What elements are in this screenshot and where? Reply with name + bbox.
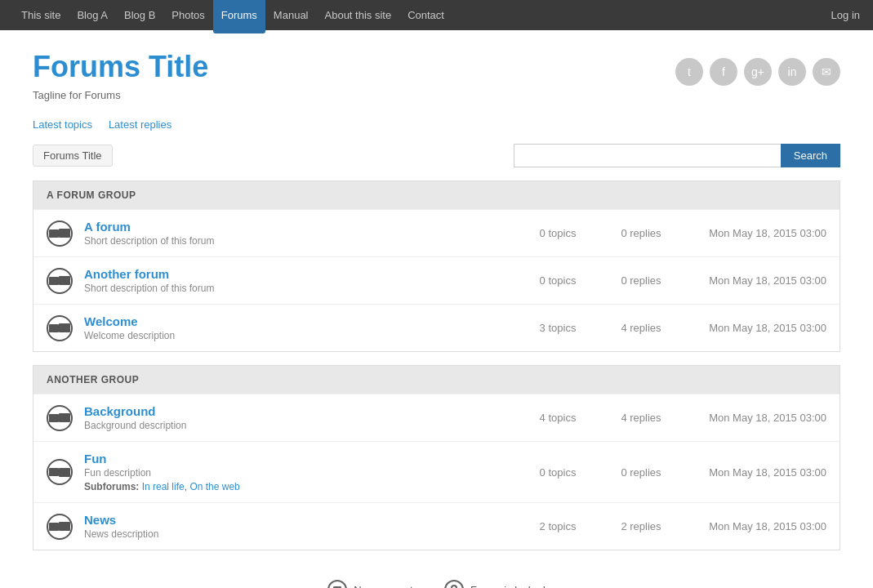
- forum-group-0: A FORUM GROUPA forumShort description of…: [33, 180, 840, 352]
- forum-stats: 3 topics4 repliesMon May 18, 2015 03:00: [516, 322, 826, 334]
- replies-count: 0 replies: [612, 274, 670, 287]
- forum-tabs: Latest topics Latest replies: [0, 109, 873, 131]
- search-input[interactable]: [514, 144, 781, 167]
- forum-icon-inner: [59, 522, 70, 531]
- search-wrap: Search: [514, 144, 840, 167]
- forum-locked-label: Forum is locked: [470, 584, 546, 589]
- forum-date: Mon May 18, 2015 03:00: [696, 322, 826, 334]
- group-header-1: ANOTHER GROUP: [33, 366, 840, 394]
- forum-title-link[interactable]: Fun: [84, 452, 107, 466]
- forum-title-link[interactable]: Another forum: [84, 267, 169, 281]
- forum-group-1: ANOTHER GROUPBackgroundBackground descri…: [33, 365, 840, 550]
- replies-count: 4 replies: [612, 412, 670, 424]
- forum-icon-inner: [59, 323, 70, 332]
- nav-blog-a[interactable]: Blog A: [69, 0, 116, 30]
- forum-info: FunFun descriptionSubforums: In real lif…: [84, 452, 516, 492]
- tagline: Tagline for Forums: [33, 89, 208, 101]
- forum-title-link[interactable]: Background: [84, 404, 156, 418]
- forum-date: Mon May 18, 2015 03:00: [696, 274, 826, 287]
- forum-row: A forumShort description of this forum0 …: [33, 209, 840, 256]
- group-header-0: A FORUM GROUP: [33, 181, 840, 209]
- replies-count: 0 replies: [612, 466, 670, 479]
- forum-row: Another forumShort description of this f…: [33, 256, 840, 304]
- search-bar: Forums Title Search: [33, 144, 840, 167]
- replies-count: 2 replies: [612, 520, 670, 532]
- forum-icon: [47, 405, 73, 431]
- forum-row: BackgroundBackground description4 topics…: [33, 394, 840, 441]
- forum-description: Short description of this forum: [84, 235, 516, 247]
- forum-description: News description: [84, 528, 516, 540]
- forum-info: WelcomeWelcome description: [84, 314, 516, 341]
- topics-count: 3 topics: [529, 322, 586, 334]
- replies-count: 0 replies: [612, 227, 670, 239]
- forum-icon: [47, 315, 73, 341]
- forum-info: NewsNews description: [84, 513, 516, 540]
- forum-stats: 2 topics2 repliesMon May 18, 2015 03:00: [516, 520, 826, 532]
- forum-row: NewsNews description2 topics2 repliesMon…: [33, 502, 840, 550]
- forum-stats: 0 topics0 repliesMon May 18, 2015 03:00: [516, 466, 826, 479]
- forum-info: BackgroundBackground description: [84, 404, 516, 431]
- googleplus-icon[interactable]: g+: [744, 58, 772, 86]
- topics-count: 2 topics: [529, 520, 586, 532]
- forum-icon: [47, 220, 73, 247]
- forums-container: A FORUM GROUPA forumShort description of…: [33, 180, 840, 550]
- forum-icon: [47, 268, 73, 294]
- social-icons-group: t f g+ in ✉: [675, 58, 840, 86]
- forum-title-link[interactable]: A forum: [84, 220, 131, 234]
- subforum-link[interactable]: In real life: [142, 481, 185, 492]
- top-navigation: This site Blog A Blog B Photos Forums Ma…: [0, 0, 873, 30]
- forum-locked-icon: [444, 580, 464, 588]
- forum-row: FunFun descriptionSubforums: In real lif…: [33, 441, 840, 502]
- search-button[interactable]: Search: [781, 144, 840, 167]
- topics-count: 0 topics: [529, 466, 586, 479]
- forum-icon: [47, 514, 73, 540]
- forum-icon-inner: [59, 413, 70, 422]
- nav-this-site[interactable]: This site: [13, 0, 69, 30]
- legend: No new posts Forum is locked: [0, 567, 873, 588]
- login-link[interactable]: Log in: [831, 9, 860, 21]
- nav-photos[interactable]: Photos: [163, 0, 212, 30]
- forum-date: Mon May 18, 2015 03:00: [696, 466, 826, 479]
- forum-stats: 0 topics0 repliesMon May 18, 2015 03:00: [516, 227, 826, 239]
- forum-description: Welcome description: [84, 330, 516, 341]
- topics-count: 0 topics: [529, 227, 586, 239]
- forum-description: Short description of this forum: [84, 283, 516, 294]
- forum-date: Mon May 18, 2015 03:00: [696, 227, 826, 239]
- forum-description: Fun description: [84, 467, 516, 479]
- linkedin-icon[interactable]: in: [778, 58, 806, 86]
- topics-count: 4 topics: [529, 412, 586, 424]
- nav-about[interactable]: About this site: [317, 0, 400, 30]
- tab-latest-topics[interactable]: Latest topics: [33, 118, 92, 131]
- forum-icon-inner: [59, 468, 70, 477]
- lock-shape: [450, 585, 458, 589]
- forum-icon-inner: [59, 276, 70, 285]
- legend-locked: Forum is locked: [444, 580, 546, 588]
- twitter-icon[interactable]: t: [675, 58, 703, 86]
- forum-icon: [47, 459, 73, 485]
- subforum-link[interactable]: On the web: [189, 481, 239, 492]
- nav-manual[interactable]: Manual: [265, 0, 317, 30]
- header-text: Forums Title Tagline for Forums: [33, 50, 208, 101]
- nav-blog-b[interactable]: Blog B: [116, 0, 163, 30]
- nav-forums[interactable]: Forums: [213, 0, 265, 33]
- no-new-posts-label: No new posts: [354, 584, 418, 589]
- forum-title-link[interactable]: News: [84, 513, 116, 527]
- breadcrumb: Forums Title: [33, 145, 113, 167]
- no-new-posts-icon: [327, 580, 347, 588]
- forum-info: Another forumShort description of this f…: [84, 267, 516, 294]
- facebook-icon[interactable]: f: [710, 58, 737, 86]
- page-header: Forums Title Tagline for Forums t f g+ i…: [0, 30, 873, 109]
- replies-count: 4 replies: [612, 322, 670, 334]
- tab-latest-replies[interactable]: Latest replies: [109, 118, 171, 131]
- topics-count: 0 topics: [529, 274, 586, 287]
- forum-info: A forumShort description of this forum: [84, 220, 516, 247]
- forum-date: Mon May 18, 2015 03:00: [696, 520, 826, 532]
- forum-date: Mon May 18, 2015 03:00: [696, 412, 826, 424]
- nav-contact[interactable]: Contact: [399, 0, 452, 30]
- forum-title-link[interactable]: Welcome: [84, 314, 138, 328]
- forum-stats: 0 topics0 repliesMon May 18, 2015 03:00: [516, 274, 826, 287]
- legend-no-new: No new posts: [327, 580, 418, 588]
- forum-row: WelcomeWelcome description3 topics4 repl…: [33, 304, 840, 351]
- instagram-icon[interactable]: ✉: [813, 58, 840, 86]
- forum-description: Background description: [84, 420, 516, 431]
